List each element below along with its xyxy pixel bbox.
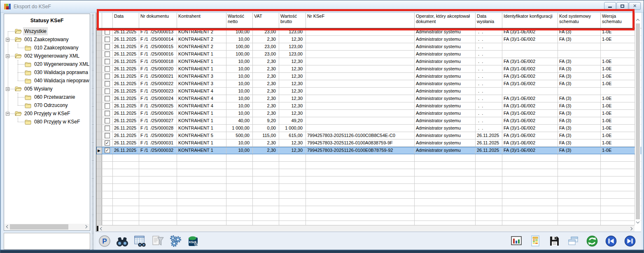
scroll-left-icon[interactable] — [100, 227, 103, 230]
checkbox-unchecked[interactable] — [105, 37, 110, 42]
tree-item-label: 001 Zaakceptowany — [23, 35, 70, 44]
checkbox-unchecked[interactable] — [105, 59, 110, 64]
save-button[interactable] — [547, 234, 561, 248]
table-row[interactable]: 26.11.2025F /1 /25/000022KONTRAHENT 310,… — [96, 80, 641, 88]
cell-ksef: 7994257803-20251126-0100A0838759-9F — [306, 139, 415, 146]
table-row[interactable]: 26.11.2025F /1 /25/000016KONTRAHENT 1100… — [96, 51, 641, 58]
tree-item-010-zaakceptowany[interactable]: 010 Zaakceptowany — [4, 44, 89, 52]
grid-header-ksef[interactable]: Nr KSeF — [306, 13, 415, 28]
checkbox-checked[interactable]: ✓ — [105, 148, 110, 153]
grid-header-vat[interactable]: VAT — [253, 13, 279, 28]
table-row[interactable]: 26.11.2025F /1 /25/000028KONTRAHENT 11 0… — [96, 125, 641, 132]
checkbox-unchecked[interactable] — [105, 125, 110, 131]
scrollbar-grip[interactable] — [97, 226, 98, 231]
gears-button[interactable] — [168, 234, 182, 248]
table-row[interactable]: 26.11.2025F /1 /25/000024KONTRAHENT 410,… — [96, 95, 641, 102]
parking-button[interactable]: P — [98, 234, 112, 248]
table-row[interactable]: 26.11.2025F /1 /25/000020KONTRAHENT 110,… — [96, 65, 641, 73]
tree-item-200-przyj-ty-w-ksef[interactable]: 200 Przyjęty w KSeF — [4, 109, 89, 118]
windows-cascade-button[interactable] — [566, 234, 580, 248]
table-row[interactable]: ▶✓26.11.2025F /1 /25/000032KONTRAHENT 11… — [96, 147, 641, 154]
tree-horizontal-scrollbar[interactable] — [5, 224, 89, 230]
cell-doc: F /1 /25/000024 — [139, 95, 177, 102]
checkbox-unchecked[interactable] — [105, 118, 110, 123]
cell-config — [502, 154, 558, 161]
table-row[interactable]: 26.11.2025F /1 /25/000029KONTRAHENT 5500… — [96, 132, 641, 139]
cell-gross — [279, 214, 306, 221]
bar-chart-button[interactable] — [509, 234, 523, 248]
cell-sent — [476, 214, 502, 221]
checkbox-unchecked[interactable] — [105, 51, 110, 57]
grid-header-net[interactable]: Wartość netto — [226, 13, 253, 28]
scroll-up-icon[interactable] — [636, 19, 639, 22]
binoculars-search-button[interactable] — [115, 234, 129, 248]
grid-header-date[interactable]: Data — [113, 13, 139, 28]
scroll-right-icon[interactable] — [629, 227, 632, 230]
panel-splitter[interactable] — [90, 14, 96, 250]
grid-header-config[interactable]: Identyfikator konfiguracji — [502, 13, 558, 28]
nav-first-button[interactable] — [604, 234, 618, 248]
grid-header-version[interactable]: Wersja schematu — [601, 13, 635, 28]
checkbox-unchecked[interactable] — [105, 111, 110, 116]
grid-header-contractor[interactable]: Kontrahent — [177, 13, 226, 28]
tree-item-002-wygenerowany-xml[interactable]: 002 Wygenerowany XML — [4, 52, 89, 60]
vertical-scrollbar-track[interactable] — [636, 23, 640, 219]
checkbox-unchecked[interactable] — [105, 103, 110, 109]
tree-scrollbar-thumb[interactable] — [10, 224, 68, 230]
bar-chart-icon — [510, 234, 523, 248]
cell-version — [601, 154, 635, 161]
minimize-button[interactable] — [604, 2, 616, 10]
table-row[interactable]: 26.11.2025F /1 /25/000013KONTRAHENT 2100… — [96, 28, 641, 36]
table-row[interactable]: 26.11.2025F /1 /25/000014KONTRAHENT 210,… — [96, 36, 641, 43]
report-preview-button[interactable] — [528, 234, 542, 248]
checkbox-unchecked[interactable] — [105, 74, 110, 79]
checkbox-unchecked[interactable] — [105, 81, 110, 86]
grid-header-operator[interactable]: Operator, który akceptował dokument — [415, 13, 476, 28]
close-button[interactable]: ✕ — [629, 2, 641, 10]
nav-last-button[interactable] — [623, 234, 637, 248]
table-row[interactable]: 26.11.2025F /1 /25/000026KONTRAHENT 110,… — [96, 110, 641, 117]
grid-header-code[interactable]: Kod systemowy schematu — [558, 13, 601, 28]
grid-header-gross[interactable]: Wartość brutto — [279, 13, 306, 28]
grid-vertical-scrollbar[interactable] — [635, 19, 641, 224]
maximize-button[interactable] — [616, 2, 628, 10]
cell-contractor: KONTRAHENT 4 — [177, 88, 226, 95]
row-indicator — [96, 43, 102, 50]
tree-item-005-wys-any[interactable]: 005 Wysłany — [4, 85, 89, 93]
checkbox-unchecked[interactable] — [105, 44, 110, 49]
grid-header-doc[interactable]: Nr dokumentu — [139, 13, 177, 28]
tree-item-070-odrzucony[interactable]: 070 Odrzucony — [4, 101, 89, 109]
table-row[interactable]: 26.11.2025F /1 /25/000021KONTRAHENT 310,… — [96, 73, 641, 80]
tree-item-020-wygenerowany-xml[interactable]: 020 Wygenerowany XML — [4, 60, 89, 68]
table-row[interactable]: 26.11.2025F /1 /25/000015KONTRAHENT 2100… — [96, 43, 641, 51]
tree-item-080-przyj-ty-w-ksef[interactable]: 080 Przyjęty w KSeF — [4, 118, 89, 126]
ksef-settings-button[interactable]: KSeF — [186, 234, 200, 248]
grid-horizontal-scrollbar[interactable] — [96, 225, 635, 232]
checkbox-unchecked[interactable] — [105, 29, 110, 35]
tree-item-030-walidacja-poprawna[interactable]: 030 Walidacja poprawna — [4, 68, 89, 77]
checkbox-unchecked[interactable] — [105, 133, 110, 138]
scroll-left-icon[interactable] — [6, 225, 9, 228]
cell-config — [502, 51, 558, 58]
scroll-right-icon[interactable] — [84, 225, 87, 228]
row-indicator — [96, 176, 102, 183]
table-row[interactable]: 26.11.2025F /1 /25/000027KONTRAHENT 140,… — [96, 117, 641, 125]
refresh-button[interactable] — [585, 234, 599, 248]
table-row[interactable]: 26.11.2025F /1 /25/000018KONTRAHENT 110,… — [96, 58, 641, 65]
grid-header-sent[interactable]: Data wysłania — [476, 13, 502, 28]
tree-item-label: 070 Odrzucony — [33, 101, 69, 109]
tree-item-040-walidacja-niepoprawna[interactable]: 040 Walidacja niepoprawna — [4, 77, 89, 85]
table-row[interactable]: 26.11.2025F /1 /25/000023KONTRAHENT 410,… — [96, 88, 641, 95]
checkbox-checked[interactable]: ✓ — [105, 140, 110, 146]
tree-item-001-zaakceptowany[interactable]: 001 Zaakceptowany — [4, 35, 89, 44]
checkbox-unchecked[interactable] — [105, 88, 110, 94]
tree-item-wszystkie[interactable]: Wszystkie — [4, 27, 89, 35]
document-filter-button[interactable] — [151, 234, 165, 248]
scroll-down-icon[interactable] — [636, 220, 639, 223]
checkbox-unchecked[interactable] — [105, 66, 110, 72]
table-row[interactable]: ✓26.11.2025F /1 /25/000031KONTRAHENT 110… — [96, 139, 641, 147]
tree-item-060-przetwarzanie[interactable]: 060 Przetwarzanie — [4, 93, 89, 101]
table-row[interactable]: 26.11.2025F /1 /25/000025KONTRAHENT 410,… — [96, 102, 641, 110]
grid-search-button[interactable] — [133, 234, 147, 248]
checkbox-unchecked[interactable] — [105, 96, 110, 101]
